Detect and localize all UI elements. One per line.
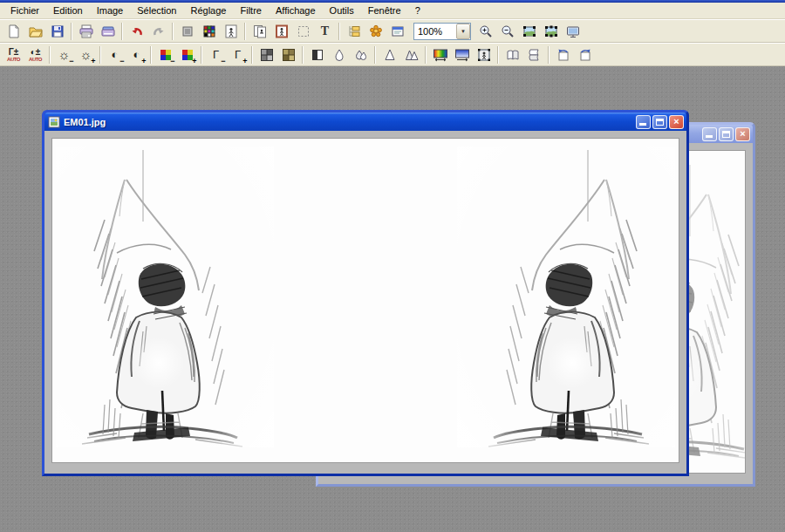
full-screen-icon bbox=[564, 23, 582, 40]
fit-window-button[interactable] bbox=[540, 21, 562, 41]
print-button[interactable] bbox=[75, 21, 97, 41]
zoom-combobox[interactable]: 100% ▼ bbox=[413, 23, 471, 40]
image-window-front[interactable]: EM01.jpg × bbox=[42, 110, 689, 476]
zoom-dropdown-button[interactable]: ▼ bbox=[456, 24, 470, 39]
minimize-icon bbox=[706, 135, 713, 138]
gradient-icon bbox=[454, 46, 471, 64]
flip-horizontal-button[interactable] bbox=[502, 44, 523, 65]
hue-variation-button[interactable] bbox=[429, 44, 451, 65]
soften-button[interactable] bbox=[328, 44, 350, 65]
image-frame-button[interactable] bbox=[270, 21, 292, 41]
flip-vertical-icon bbox=[526, 46, 543, 64]
save-button[interactable] bbox=[46, 21, 68, 41]
zoom-out-button[interactable] bbox=[496, 21, 518, 41]
gradient-button[interactable] bbox=[451, 44, 473, 65]
open-icon bbox=[27, 23, 44, 40]
text-button[interactable]: T bbox=[314, 21, 336, 41]
contrast-plus-button[interactable]: ◐+ bbox=[126, 44, 147, 65]
auto-contrast-button[interactable]: ◐±AUTO bbox=[24, 44, 46, 65]
flip-vertical-button[interactable] bbox=[523, 44, 545, 65]
new-button[interactable] bbox=[3, 21, 24, 41]
new-icon bbox=[5, 23, 23, 40]
saturation-minus-icon: − bbox=[157, 46, 174, 64]
saturation-minus-button[interactable]: − bbox=[154, 44, 176, 65]
image-canvas[interactable] bbox=[51, 138, 679, 463]
menu-selection[interactable]: Sélection bbox=[130, 3, 183, 17]
toolbar-separator bbox=[71, 23, 72, 40]
auto-levels-button[interactable]: Γ±AUTO bbox=[3, 44, 24, 65]
front-maximize-button[interactable] bbox=[652, 115, 667, 129]
toolbar-zoom-buttons bbox=[474, 21, 584, 41]
selection-button[interactable] bbox=[292, 21, 314, 41]
back-close-button[interactable]: × bbox=[735, 127, 750, 141]
full-screen-button[interactable] bbox=[562, 21, 584, 41]
image-resize-button[interactable] bbox=[473, 44, 495, 65]
menu-reglage[interactable]: Réglage bbox=[184, 3, 234, 17]
fit-image-button[interactable] bbox=[518, 21, 540, 41]
menu-help[interactable]: ? bbox=[408, 3, 427, 17]
scan-button[interactable] bbox=[97, 21, 119, 41]
rotate-right-button[interactable] bbox=[574, 44, 596, 65]
gamma-minus-button[interactable]: Γ− bbox=[205, 44, 227, 65]
duplicate-button[interactable] bbox=[249, 21, 270, 41]
toolbar-separator bbox=[374, 46, 376, 64]
sepia-button[interactable] bbox=[277, 44, 299, 65]
front-window-frame bbox=[44, 131, 686, 474]
redo-button[interactable] bbox=[147, 21, 169, 41]
front-titlebar[interactable]: EM01.jpg × bbox=[44, 113, 686, 131]
zoom-in-button[interactable] bbox=[474, 21, 496, 41]
menu-affichage[interactable]: Affichage bbox=[269, 3, 323, 17]
rotate-left-button[interactable] bbox=[552, 44, 574, 65]
sharpen-button[interactable] bbox=[379, 44, 400, 65]
back-minimize-button[interactable] bbox=[702, 127, 717, 141]
zoom-in-icon bbox=[477, 23, 495, 40]
sharpen-icon bbox=[381, 46, 399, 64]
open-button[interactable] bbox=[24, 21, 46, 41]
contrast-plus-icon: ◐+ bbox=[128, 46, 146, 64]
contrast-minus-button[interactable]: ◐− bbox=[104, 44, 126, 65]
menu-image[interactable]: Image bbox=[90, 3, 131, 17]
image-size-button[interactable] bbox=[176, 21, 198, 41]
menu-fichier[interactable]: Fichier bbox=[3, 3, 46, 17]
toolbar-separator bbox=[49, 46, 51, 64]
rotate-left-icon bbox=[555, 46, 572, 64]
zoom-out-icon bbox=[499, 23, 516, 40]
front-minimize-button[interactable] bbox=[636, 115, 651, 129]
toolbar-separator bbox=[150, 46, 152, 64]
grayscale-button[interactable] bbox=[256, 44, 277, 65]
brightness-minus-button[interactable]: ☼− bbox=[53, 44, 75, 65]
menu-edition[interactable]: Edition bbox=[46, 3, 90, 17]
gamma-plus-button[interactable]: Γ+ bbox=[227, 44, 249, 65]
negative-button[interactable] bbox=[306, 44, 328, 65]
undo-icon bbox=[128, 23, 146, 40]
back-maximize-button[interactable] bbox=[719, 127, 734, 141]
front-close-button[interactable]: × bbox=[669, 115, 684, 129]
reinforce-button[interactable] bbox=[400, 44, 422, 65]
undo-button[interactable] bbox=[126, 21, 147, 41]
menu-outils[interactable]: Outils bbox=[323, 3, 361, 17]
flip-horizontal-icon bbox=[504, 46, 522, 64]
selection-icon bbox=[295, 23, 312, 40]
explorer-icon bbox=[345, 23, 363, 40]
photomask-button[interactable] bbox=[365, 21, 386, 41]
color-palette-button[interactable] bbox=[198, 21, 220, 41]
reinforce-icon bbox=[403, 46, 420, 64]
image-size-icon bbox=[179, 23, 196, 40]
toolbar-main-buttons: T bbox=[3, 21, 408, 41]
close-icon: × bbox=[740, 129, 745, 139]
module-window-button[interactable] bbox=[386, 21, 408, 41]
toolbar-separator bbox=[99, 46, 101, 64]
toolbar-separator bbox=[497, 46, 499, 64]
scan-icon bbox=[99, 23, 117, 40]
saturation-plus-button[interactable]: + bbox=[176, 44, 198, 65]
fit-image-icon bbox=[521, 23, 538, 40]
menu-fenetre[interactable]: Fenêtre bbox=[361, 3, 408, 17]
image-resize-icon bbox=[475, 46, 493, 64]
explorer-button[interactable] bbox=[343, 21, 365, 41]
image-figure-button[interactable] bbox=[220, 21, 242, 41]
menu-filtre[interactable]: Filtre bbox=[233, 3, 268, 17]
module-window-icon bbox=[389, 23, 406, 40]
blur-button[interactable] bbox=[350, 44, 372, 65]
brightness-plus-button[interactable]: ☼+ bbox=[75, 44, 97, 65]
auto-levels-icon: Γ±AUTO bbox=[5, 46, 23, 64]
